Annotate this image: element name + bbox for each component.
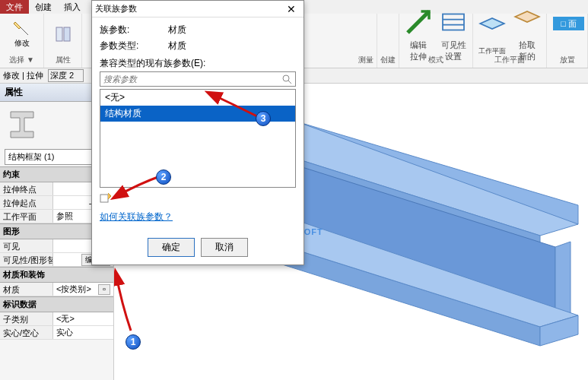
dialog-title: 关联族参数: [95, 3, 137, 14]
props-label: 属性: [56, 55, 71, 65]
cat-id[interactable]: 标识数据: [0, 296, 113, 312]
row-solid-v[interactable]: 实心: [53, 326, 113, 339]
row-material-v[interactable]: <按类别>▫: [53, 283, 113, 296]
row-workplane-k: 工作平面: [0, 210, 53, 223]
arrow-1: [114, 266, 152, 334]
svg-rect-0: [56, 27, 62, 41]
param-value: 材质: [168, 24, 186, 36]
arrow-2: [110, 158, 164, 204]
opt-depth[interactable]: 深度 2: [48, 69, 84, 82]
menu-create[interactable]: 创建: [29, 0, 58, 14]
cat-matdeco[interactable]: 材质和装饰: [0, 267, 113, 283]
cancel-button[interactable]: 取消: [201, 238, 248, 257]
row-stretch-end-k: 拉伸终点: [0, 182, 53, 195]
close-icon[interactable]: ✕: [282, 3, 300, 15]
svg-rect-1: [64, 27, 70, 41]
edit-stretch-button[interactable]: 编辑 拉伸: [402, 6, 434, 62]
param-label: 族参数:: [100, 24, 168, 36]
modify-button[interactable]: 修改: [10, 18, 34, 50]
place-label: 放置: [560, 55, 575, 65]
mode-label: 模式: [428, 55, 443, 65]
measure-label: 测量: [358, 55, 373, 65]
opt-mod-stretch: 修改 | 拉伸: [3, 70, 43, 81]
modify-label: 修改: [14, 38, 30, 49]
workplane-button[interactable]: 工作平面: [476, 13, 508, 56]
row-solid-k: 实心/空心: [0, 326, 53, 339]
row-visrepl-k: 可见性/图形替换: [0, 253, 53, 266]
row-visible-k: 可见: [0, 239, 53, 252]
paramtype-label: 参数类型:: [100, 40, 168, 52]
props-button[interactable]: [51, 24, 75, 45]
svg-rect-4: [443, 14, 464, 30]
paramtype-value: 材质: [168, 40, 186, 52]
annotation-1: 1: [126, 334, 141, 350]
compat-label: 兼容类型的现有族参数(E):: [100, 57, 296, 70]
material-assoc-button[interactable]: ▫: [98, 284, 110, 295]
search-icon[interactable]: [281, 74, 292, 84]
svg-point-5: [283, 75, 289, 81]
ok-button[interactable]: 确定: [148, 238, 195, 257]
create-g-label: 创建: [380, 55, 396, 65]
annotation-2: 2: [156, 169, 171, 185]
row-stretch-start-k: 拉伸起点: [0, 196, 53, 209]
search-box[interactable]: [100, 71, 296, 87]
menu-file[interactable]: 文件: [0, 0, 29, 14]
menu-insert[interactable]: 插入: [58, 0, 87, 14]
search-input[interactable]: [103, 74, 281, 84]
list-item-none[interactable]: <无>: [100, 90, 295, 106]
svg-rect-6: [100, 195, 108, 202]
workplane-label: 工作平面: [494, 55, 525, 65]
visibility-button[interactable]: 可见性 设置: [437, 6, 469, 62]
row-subcat-k: 子类别: [0, 312, 53, 325]
associate-param-dialog: 关联族参数 ✕ 族参数: 材质 参数类型: 材质 兼容类型的现有族参数(E): …: [91, 0, 304, 265]
dialog-titlebar[interactable]: 关联族参数 ✕: [92, 1, 304, 17]
face-tab[interactable]: □ 面: [553, 17, 584, 30]
help-link[interactable]: 如何关联族参数？: [100, 211, 296, 223]
row-subcat-v[interactable]: <无>: [53, 312, 113, 325]
annotation-3: 3: [256, 111, 271, 126]
pick-new-button[interactable]: 拾取 新的: [511, 6, 543, 62]
row-material-k: 材质: [0, 283, 53, 296]
select-label[interactable]: 选择 ▼: [9, 55, 34, 65]
